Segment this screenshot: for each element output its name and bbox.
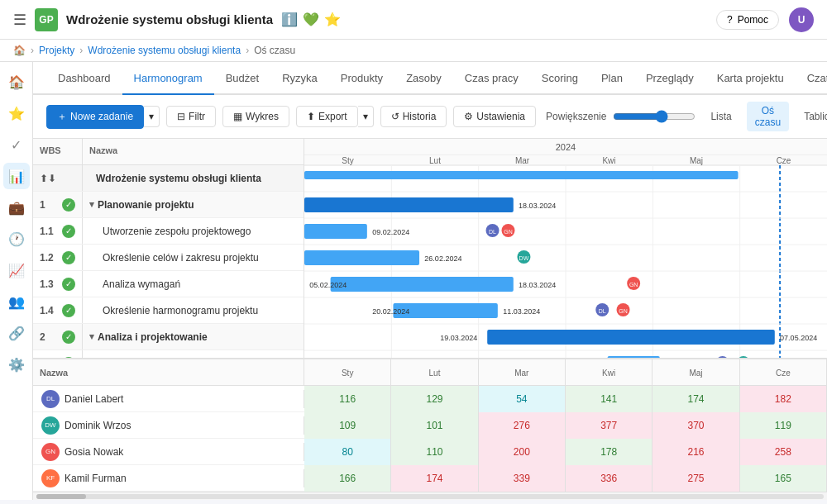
sidebar-star[interactable]: ⭐ <box>3 100 30 126</box>
resource-cell: 109 <box>304 412 391 439</box>
resource-table: Nazwa Sty Lut Mar Kwi Maj Cze DLDaniel L… <box>33 358 827 492</box>
svg-text:Lut: Lut <box>429 156 441 165</box>
project-link[interactable]: Wdrożenie systemu obsługi klienta <box>88 45 241 56</box>
settings-icon: ⚙ <box>464 111 473 122</box>
resource-cell: 119 <box>740 412 827 439</box>
tab-ryzyka[interactable]: Ryzyka <box>270 62 329 95</box>
resource-cell: 141 <box>566 386 653 412</box>
status-icon: ✓ <box>62 304 75 317</box>
svg-rect-28 <box>304 197 514 212</box>
sidebar-briefcase[interactable]: 💼 <box>3 194 30 221</box>
sidebar-network[interactable]: 🔗 <box>3 320 30 346</box>
svg-text:11.03.2024: 11.03.2024 <box>503 307 540 316</box>
tab-plan[interactable]: Plan <box>590 62 634 95</box>
help-button[interactable]: ? Pomoc <box>716 10 779 30</box>
export-dropdown[interactable]: ▾ <box>358 106 374 127</box>
resource-cell: 200 <box>479 439 566 465</box>
zoom-slider[interactable] <box>613 110 696 123</box>
tab-harmonogram[interactable]: Harmonogram <box>122 62 214 95</box>
svg-text:18.03.2024: 18.03.2024 <box>519 202 556 210</box>
resource-cell: 54 <box>479 386 566 412</box>
svg-rect-55 <box>608 356 660 358</box>
resource-name: GNGosia Nowak <box>33 443 304 461</box>
sidebar-home[interactable]: 🏠 <box>3 69 30 95</box>
scrollbar[interactable] <box>33 492 827 500</box>
month-maj: Maj <box>653 359 739 386</box>
wbs-header: WBS <box>33 139 83 164</box>
resource-cell: 377 <box>566 412 653 439</box>
home-icon[interactable]: 🏠 <box>13 45 26 56</box>
filter-button[interactable]: ⊟ Filtr <box>166 106 216 127</box>
svg-text:05.02.2024: 05.02.2024 <box>309 281 347 289</box>
resource-cell: 275 <box>653 465 739 492</box>
current-page: Oś czasu <box>254 45 295 56</box>
svg-text:Kwi: Kwi <box>602 156 615 165</box>
info-icon: ℹ️ <box>281 12 298 27</box>
sidebar-gear[interactable]: ⚙️ <box>3 351 30 378</box>
tab-budzet[interactable]: Budżet <box>214 62 270 95</box>
svg-text:GN: GN <box>619 308 628 314</box>
settings-button[interactable]: ⚙ Ustawienia <box>453 106 536 127</box>
question-icon: ? <box>727 14 733 26</box>
projects-link[interactable]: Projekty <box>39 45 74 56</box>
avatar: GN <box>41 443 60 461</box>
chart-button[interactable]: ▦ Wykres <box>222 106 289 127</box>
gantt-area: WBS Nazwa ⬆⬇ Wdrożenie systemu obsługi k… <box>33 139 827 358</box>
history-icon: ↺ <box>391 111 399 122</box>
project-logo: GP <box>35 8 58 31</box>
table-row: 1.3 ✓ Analiza wymagań <box>33 271 304 297</box>
history-button[interactable]: ↺ Historia <box>380 106 447 127</box>
topbar-icons: ℹ️ 💚 ⭐ <box>281 12 341 27</box>
status-icon: ✓ <box>62 278 75 291</box>
export-button[interactable]: ⬆ Export <box>296 106 358 127</box>
name-header: Nazwa <box>83 139 304 164</box>
user-avatar[interactable]: U <box>789 7 814 32</box>
resource-name: DLDaniel Labert <box>33 390 304 408</box>
svg-text:DW: DW <box>519 255 529 261</box>
tab-bar: Dashboard Harmonogram Budżet Ryzyka Prod… <box>33 62 827 95</box>
svg-text:Mar: Mar <box>515 156 530 165</box>
breadcrumb: 🏠 › Projekty › Wdrożenie systemu obsługi… <box>0 40 827 62</box>
resource-cell: 336 <box>566 465 653 492</box>
project-title: Wdrożenie systemu obsługi klienta <box>66 12 273 26</box>
tab-czas-pracy[interactable]: Czas pracy <box>453 62 530 95</box>
tab-czat[interactable]: Czat <box>796 62 827 95</box>
resource-cell: 129 <box>391 386 478 412</box>
filter-icon: ⊟ <box>177 111 185 122</box>
svg-text:19.03.2024: 19.03.2024 <box>440 334 477 342</box>
resource-cell: 116 <box>304 386 391 412</box>
gantt-rows: ⬆⬇ Wdrożenie systemu obsługi klienta 1 ✓ <box>33 165 304 358</box>
view-list-button[interactable]: Lista <box>702 107 739 126</box>
svg-text:20.02.2024: 20.02.2024 <box>372 307 409 316</box>
sidebar-clock[interactable]: 🕐 <box>3 226 30 252</box>
resource-cell: 110 <box>391 439 478 465</box>
tab-scoring[interactable]: Scoring <box>530 62 590 95</box>
resource-cell: 101 <box>391 412 478 439</box>
svg-text:09.02.2024: 09.02.2024 <box>372 228 409 236</box>
resource-months-header: Sty Lut Mar Kwi Maj Cze <box>304 359 827 385</box>
tab-zasoby[interactable]: Zasoby <box>394 62 453 95</box>
sidebar-people[interactable]: 👥 <box>3 288 30 315</box>
sidebar-chart[interactable]: 📈 <box>3 257 30 283</box>
tab-dashboard[interactable]: Dashboard <box>46 62 122 95</box>
tab-przeglady[interactable]: Przeglądy <box>634 62 705 95</box>
sidebar-check[interactable]: ✓ <box>3 131 30 158</box>
scrollbar-thumb[interactable] <box>36 494 86 499</box>
month-lut: Lut <box>391 359 478 386</box>
sidebar-gantt[interactable]: 📊 <box>3 163 30 189</box>
hamburger-menu[interactable]: ☰ <box>13 11 26 29</box>
tab-karta[interactable]: Karta projektu <box>705 62 796 95</box>
heart-icon: 💚 <box>303 12 319 27</box>
view-timeline-button[interactable]: Oś czasu <box>747 102 789 131</box>
view-board-button[interactable]: Tablica <box>796 107 827 126</box>
svg-point-60 <box>737 356 750 358</box>
tab-produkty[interactable]: Produkty <box>329 62 394 95</box>
expand-icon[interactable]: ▾ <box>89 331 94 342</box>
new-task-button[interactable]: ＋ Nowe zadanie <box>46 105 144 129</box>
scrollbar-track <box>36 494 824 499</box>
new-task-dropdown[interactable]: ▾ <box>144 106 160 127</box>
expand-icon[interactable]: ▾ <box>89 199 94 210</box>
svg-text:26.02.2024: 26.02.2024 <box>424 254 461 263</box>
table-row: 1 ✓ ▾ Planowanie projektu <box>33 192 304 218</box>
table-row: 1.1 ✓ Utworzenie zespołu projektowego <box>33 218 304 245</box>
